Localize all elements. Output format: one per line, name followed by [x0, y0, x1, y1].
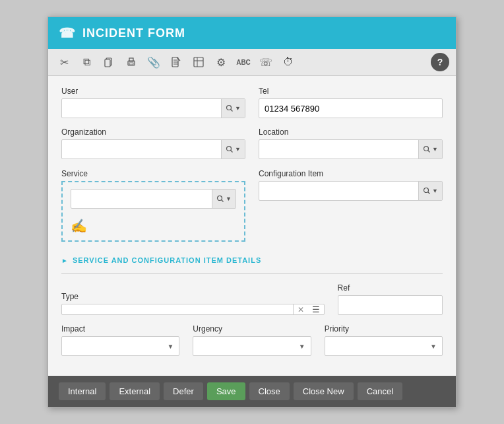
phone-header-icon: ☎: [59, 25, 76, 41]
defer-button[interactable]: Defer: [164, 382, 203, 400]
abc-icon[interactable]: ABC: [234, 53, 253, 71]
cancel-button[interactable]: Cancel: [358, 382, 402, 400]
config-search-arrow: ▼: [432, 188, 438, 194]
help-button[interactable]: ?: [431, 53, 449, 71]
save-button[interactable]: Save: [207, 382, 245, 400]
user-label: User: [61, 87, 245, 96]
user-search-arrow: ▼: [235, 105, 241, 112]
gear-icon[interactable]: ⚙: [212, 53, 230, 71]
table-icon[interactable]: [189, 53, 208, 71]
location-search-arrow: ▼: [432, 146, 438, 153]
paperclip-icon[interactable]: 📎: [144, 53, 163, 71]
print-icon[interactable]: [122, 53, 141, 71]
service-input[interactable]: [71, 190, 212, 208]
org-search-arrow: ▼: [235, 146, 241, 153]
user-input[interactable]: [62, 99, 221, 118]
org-search-btn[interactable]: ▼: [221, 140, 245, 159]
phone-toolbar-icon[interactable]: ☏: [257, 53, 275, 71]
svg-point-14: [227, 147, 232, 151]
tel-field-col: Tel: [259, 87, 443, 118]
type-col: Type ✕ ☰: [61, 292, 325, 315]
org-input[interactable]: [62, 140, 221, 159]
priority-col: Priority Low Medium High ▼: [325, 324, 443, 356]
modal-footer: Internal External Defer Save Close Close…: [48, 376, 456, 407]
impact-select-wrapper: Low Medium High ▼: [61, 336, 179, 356]
svg-line-13: [231, 110, 233, 112]
svg-line-19: [222, 200, 224, 202]
copy-icon[interactable]: ⧉: [77, 53, 96, 71]
urgency-col: Urgency Low Medium High ▼: [193, 324, 311, 356]
external-button[interactable]: External: [110, 382, 160, 400]
location-label: Location: [259, 127, 443, 137]
impact-col: Impact Low Medium High ▼: [61, 324, 179, 356]
hand-cursor-area: ✍: [71, 211, 236, 234]
urgency-select[interactable]: Low Medium High: [193, 337, 310, 355]
user-input-wrapper: ▼: [61, 98, 245, 118]
location-input[interactable]: [259, 140, 418, 159]
close-new-button[interactable]: Close New: [294, 382, 354, 400]
service-dashed-col: ▼ ✍: [61, 181, 245, 248]
location-input-wrapper: ▼: [259, 139, 443, 159]
service-label-row: Service Configuration Item: [61, 168, 443, 178]
service-dashed-box: ▼ ✍: [61, 181, 245, 242]
divider: [61, 273, 443, 274]
user-tel-row: User ▼ Tel: [61, 87, 443, 118]
tel-input-wrapper: [259, 98, 443, 118]
config-item-label: Configuration Item: [259, 169, 323, 178]
scissors-icon[interactable]: ✂: [55, 53, 73, 71]
org-field-col: Organization ▼: [61, 127, 245, 159]
impact-urgency-priority-row: Impact Low Medium High ▼ Urgency L: [61, 324, 443, 356]
service-search-btn[interactable]: ▼: [212, 190, 236, 208]
service-search-arrow: ▼: [226, 195, 232, 202]
svg-line-21: [428, 192, 430, 194]
hand-pointer-icon: ✍: [71, 218, 87, 234]
collapse-label: SERVICE AND CONFIGURATION ITEM DETAILS: [73, 256, 261, 264]
config-item-input[interactable]: [259, 182, 418, 200]
ref-col: Ref: [338, 283, 443, 315]
svg-line-15: [231, 151, 233, 153]
location-search-btn[interactable]: ▼: [418, 140, 442, 159]
tel-input[interactable]: [259, 99, 442, 118]
priority-label: Priority: [325, 324, 443, 334]
impact-select[interactable]: Low Medium High: [62, 337, 179, 355]
paste-icon[interactable]: [100, 53, 118, 71]
collapse-section-btn[interactable]: ► SERVICE AND CONFIGURATION ITEM DETAILS: [61, 254, 443, 267]
urgency-label: Urgency: [193, 324, 311, 334]
svg-point-18: [218, 196, 222, 201]
priority-select[interactable]: Low Medium High: [325, 337, 442, 355]
internal-button[interactable]: Internal: [59, 382, 106, 400]
urgency-select-wrapper: Low Medium High ▼: [193, 336, 311, 356]
user-search-btn[interactable]: ▼: [221, 99, 245, 118]
type-clear-btn[interactable]: ✕: [294, 305, 308, 314]
type-input[interactable]: [62, 304, 293, 314]
type-label: Type: [61, 292, 325, 301]
service-fields-row: ▼ ✍ ▼: [61, 181, 443, 248]
service-section: Service Configuration Item ▼: [61, 168, 443, 248]
modal-title: INCIDENT FORM: [82, 26, 185, 40]
svg-rect-9: [194, 57, 203, 67]
org-location-row: Organization ▼ Location ▼: [61, 127, 443, 159]
location-field-col: Location ▼: [259, 127, 443, 159]
config-search-btn[interactable]: ▼: [418, 182, 442, 200]
org-label: Organization: [61, 127, 245, 137]
document-icon[interactable]: [167, 53, 185, 71]
ref-label: Ref: [338, 283, 443, 293]
svg-point-20: [424, 188, 429, 193]
close-button[interactable]: Close: [249, 382, 290, 400]
org-input-wrapper: ▼: [61, 139, 245, 159]
service-label-col: Service: [61, 168, 245, 178]
toolbar: ✂ ⧉ 📎 ⚙ ABC ☏ ⏱ ?: [48, 49, 456, 76]
type-list-btn[interactable]: ☰: [308, 304, 324, 314]
clock-icon[interactable]: ⏱: [279, 53, 298, 71]
svg-point-12: [227, 106, 232, 110]
service-input-wrapper: ▼: [71, 189, 236, 209]
config-label-col: Configuration Item: [259, 168, 443, 178]
svg-point-16: [424, 147, 429, 151]
config-item-col: ▼: [259, 181, 443, 248]
config-input-wrapper: ▼: [259, 181, 443, 201]
type-controls: ✕ ☰: [293, 304, 324, 314]
form-body: User ▼ Tel Organization: [48, 76, 456, 376]
ref-input[interactable]: [338, 295, 443, 315]
user-field-col: User ▼: [61, 87, 245, 118]
svg-rect-4: [129, 63, 133, 65]
